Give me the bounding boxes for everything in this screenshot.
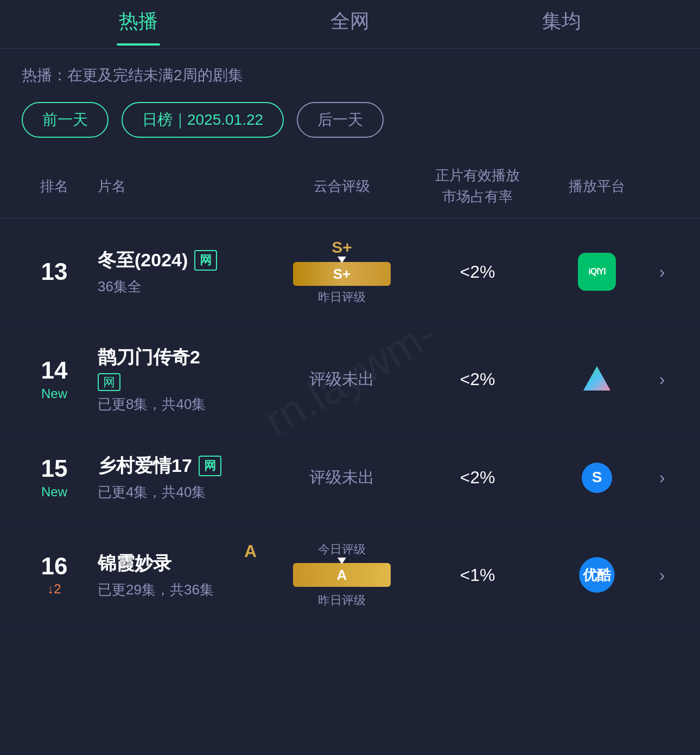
rating-14: 评级未出 [277, 368, 407, 391]
header-market: 正片有效播放市场占有率 [407, 165, 548, 207]
rating-16: 今日评级 A 昨日评级 A [277, 541, 407, 609]
arrow-13[interactable]: › [646, 262, 678, 282]
header-rating: 云合评级 [277, 177, 407, 196]
market-16: <1% [407, 563, 548, 587]
svg-text:S: S [592, 469, 602, 485]
table-row: 16 ↓2 锦霞妙录 已更29集，共36集 今日评级 A 昨日评级 A <1% … [0, 522, 700, 629]
header-platform: 播放平台 [548, 177, 646, 196]
svg-marker-0 [583, 366, 610, 391]
title-dongzhi: 冬至(2024) 网 36集全 [87, 248, 277, 296]
svg-text:优酷: 优酷 [582, 567, 612, 583]
tab-hot[interactable]: 热播 [33, 8, 244, 40]
nav-row: 前一天 日榜｜2025.01.22 后一天 [0, 97, 700, 154]
market-15: <2% [407, 465, 548, 490]
rating-13: S+ S+ 昨日评级 [277, 238, 407, 305]
table-row: 15 New 乡村爱情17 网 已更4集，共40集 评级未出 <2% S › [0, 434, 700, 522]
iqiyi-icon: iQIYI [578, 253, 616, 291]
arrow-16[interactable]: › [646, 565, 678, 585]
market-13: <2% [407, 260, 548, 284]
arrow-15[interactable]: › [646, 468, 678, 488]
tencent-icon [581, 363, 613, 396]
table-row: 14 New 鹊刀门传奇2 网 已更8集，共40集 评级未出 <2% › [0, 325, 700, 434]
platform-14 [548, 363, 646, 396]
rank-15: 15 New [22, 456, 87, 499]
rank-13: 13 [22, 259, 87, 285]
platform-13: iQIYI [548, 253, 646, 291]
platform-15: S [548, 462, 646, 494]
youku-icon: S [581, 462, 613, 494]
market-14: <2% [407, 367, 548, 392]
table-row: 13 冬至(2024) 网 36集全 S+ S+ 昨日评级 <2% iQIYI … [0, 219, 700, 325]
title-quedao: 鹊刀门传奇2 网 已更8集，共40集 [87, 345, 277, 414]
arrow-14[interactable]: › [646, 369, 678, 389]
tab-avg[interactable]: 集均 [456, 8, 667, 40]
tab-bar: 热播 全网 集均 [0, 0, 700, 49]
header-title: 片名 [87, 177, 277, 196]
title-xiangcun: 乡村爱情17 网 已更4集，共40集 [87, 453, 277, 502]
rank-14: 14 New [22, 357, 87, 401]
prev-day-button[interactable]: 前一天 [22, 102, 109, 138]
description: 热播：在更及完结未满2周的剧集 [0, 49, 700, 97]
date-button[interactable]: 日榜｜2025.01.22 [122, 102, 284, 138]
rank-16: 16 ↓2 [22, 553, 87, 597]
tab-all[interactable]: 全网 [244, 8, 456, 40]
table-header: 排名 片名 云合评级 正片有效播放市场占有率 播放平台 [0, 154, 700, 219]
next-day-button[interactable]: 后一天 [297, 102, 384, 138]
rating-15: 评级未出 [277, 466, 407, 489]
platform-16: 优酷 [548, 556, 646, 594]
header-rank: 排名 [22, 177, 87, 196]
platform-icon-16: 优酷 [578, 556, 616, 594]
